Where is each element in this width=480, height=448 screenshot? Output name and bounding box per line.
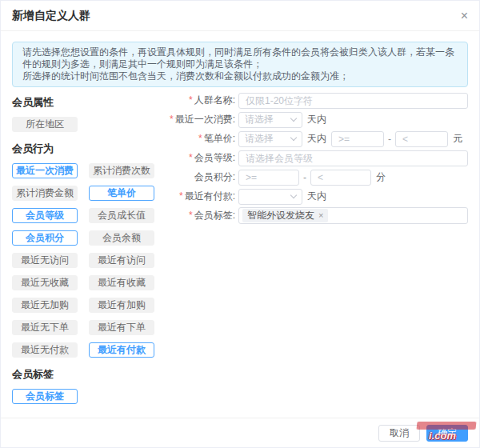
member-level-input[interactable] — [238, 150, 468, 166]
days-suffix: 天内 — [307, 190, 326, 203]
condition-button-member-balance[interactable]: 会员余额 — [89, 230, 154, 246]
range-separator: - — [388, 134, 391, 145]
section-header-member-attributes: 会员属性 — [12, 95, 167, 110]
form-row-last-purchase: *最近一次消费: 请选择 天内 — [167, 111, 468, 128]
condition-sidebar: 会员属性 所在地区 会员行为 最近一次消费 累计消费次数 累计消费金额 笔单价 … — [12, 92, 167, 414]
condition-button-recent-cart-add[interactable]: 最近有加购 — [89, 298, 154, 313]
form-row-member-points: 会员积分: - 分 — [167, 169, 468, 186]
condition-button-member-tag[interactable]: 会员标签 — [12, 389, 78, 404]
section-header-member-behavior: 会员行为 — [12, 142, 167, 156]
notice-line-2: 所选择的统计时间范围不包含当天，消费次数和金额以付款成功的金额为准； — [22, 70, 458, 82]
condition-button-no-recent-visit[interactable]: 最近无访问 — [12, 253, 78, 268]
form-row-recent-payment: *最近有付款: 天内 — [167, 188, 468, 205]
member-level-label: *会员等级: — [167, 151, 235, 165]
required-star: * — [189, 210, 193, 221]
confirm-button[interactable]: 确定 — [426, 425, 468, 442]
select-placeholder: 请选择 — [245, 113, 274, 126]
add-custom-crowd-dialog: 新增自定义人群 × 请先选择您想设置的条件，再设置具体规则，同时满足所有条件的会… — [0, 0, 480, 448]
tag-button-grid: 会员标签 — [12, 389, 167, 404]
cancel-button[interactable]: 取消 — [378, 425, 420, 442]
unit-price-label: *笔单价: — [167, 132, 235, 146]
chevron-down-icon — [290, 115, 297, 122]
member-points-label: 会员积分: — [167, 170, 235, 184]
form-row-unit-price: *笔单价: 请选择 天内 - 元 — [167, 130, 468, 147]
condition-button-recent-payment[interactable]: 最近有付款 — [89, 342, 154, 358]
condition-button-no-recent-payment[interactable]: 最近无付款 — [12, 342, 78, 358]
unit-price-max-input[interactable] — [395, 131, 448, 147]
days-suffix: 天内 — [307, 132, 326, 146]
tag-label: 智能外设发烧友 — [247, 209, 314, 222]
selected-tag: 智能外设发烧友 × — [242, 209, 328, 222]
section-header-member-tags: 会员标签 — [12, 367, 167, 382]
form-row-member-level: *会员等级: — [167, 150, 468, 166]
unit-price-min-input[interactable] — [331, 131, 384, 147]
member-tag-input[interactable]: 智能外设发烧友 × — [238, 207, 468, 224]
last-purchase-days-select[interactable]: 请选择 — [238, 112, 302, 128]
dialog-title: 新增自定义人群 — [12, 9, 90, 23]
required-star: * — [170, 114, 174, 125]
rule-form: *人群名称: *最近一次消费: 请选择 天内 *笔单价: — [167, 92, 468, 226]
condition-button-member-points[interactable]: 会员积分 — [12, 230, 78, 246]
last-purchase-label: *最近一次消费: — [167, 113, 235, 126]
condition-button-total-purchase-count[interactable]: 累计消费次数 — [89, 163, 154, 178]
condition-button-total-purchase-amount[interactable]: 累计消费金额 — [12, 186, 78, 201]
points-unit: 分 — [376, 170, 386, 184]
required-star: * — [189, 94, 193, 106]
condition-button-no-recent-cart-add[interactable]: 最近无加购 — [12, 298, 78, 313]
recent-payment-label: *最近有付款: — [167, 190, 235, 203]
yuan-unit: 元 — [453, 132, 462, 146]
form-row-crowd-name: *人群名称: — [167, 92, 468, 109]
chevron-down-icon — [290, 134, 297, 141]
condition-button-recent-order[interactable]: 最近有下单 — [89, 320, 154, 335]
attr-button-grid: 所在地区 — [12, 117, 167, 132]
required-star: * — [179, 190, 183, 202]
condition-button-last-purchase[interactable]: 最近一次消费 — [12, 163, 78, 178]
recent-payment-days-select[interactable] — [238, 189, 302, 205]
condition-button-no-recent-order[interactable]: 最近无下单 — [12, 320, 78, 335]
condition-button-recent-visit[interactable]: 最近有访问 — [89, 253, 154, 268]
close-icon[interactable]: × — [461, 10, 468, 22]
chevron-down-icon — [290, 192, 297, 198]
unit-price-days-select[interactable]: 请选择 — [238, 131, 302, 147]
required-star: * — [198, 133, 202, 144]
condition-button-order-unit-price[interactable]: 笔单价 — [89, 186, 154, 201]
dialog-footer: 取消 确定 — [1, 418, 479, 447]
condition-button-member-growth[interactable]: 会员成长值 — [89, 208, 154, 223]
notice-banner: 请先选择您想设置的条件，再设置具体规则，同时满足所有条件的会员将会被归类入该人群… — [12, 42, 468, 87]
condition-button-member-level[interactable]: 会员等级 — [12, 208, 78, 223]
dialog-body: 会员属性 所在地区 会员行为 最近一次消费 累计消费次数 累计消费金额 笔单价 … — [1, 92, 479, 414]
form-row-member-tag: *会员标签: 智能外设发烧友 × — [167, 207, 468, 224]
crowd-name-label: *人群名称: — [167, 94, 235, 107]
condition-button-region[interactable]: 所在地区 — [12, 117, 78, 132]
member-points-min-input[interactable] — [238, 170, 299, 186]
crowd-name-input[interactable] — [238, 93, 468, 109]
condition-button-no-recent-favorite[interactable]: 最近无收藏 — [12, 275, 78, 290]
dialog-header: 新增自定义人群 × — [1, 1, 479, 31]
behavior-button-grid: 最近一次消费 累计消费次数 累计消费金额 笔单价 会员等级 会员成长值 会员积分… — [12, 163, 167, 358]
member-tag-label: *会员标签: — [167, 209, 235, 222]
range-separator: - — [303, 172, 306, 183]
select-placeholder: 请选择 — [245, 132, 274, 146]
days-suffix: 天内 — [307, 113, 326, 126]
member-points-max-input[interactable] — [310, 170, 371, 186]
notice-line-1: 请先选择您想设置的条件，再设置具体规则，同时满足所有条件的会员将会被归类入该人群… — [22, 46, 458, 70]
condition-button-recent-favorite[interactable]: 最近有收藏 — [89, 275, 154, 290]
required-star: * — [189, 152, 193, 163]
tag-remove-icon[interactable]: × — [318, 209, 323, 222]
